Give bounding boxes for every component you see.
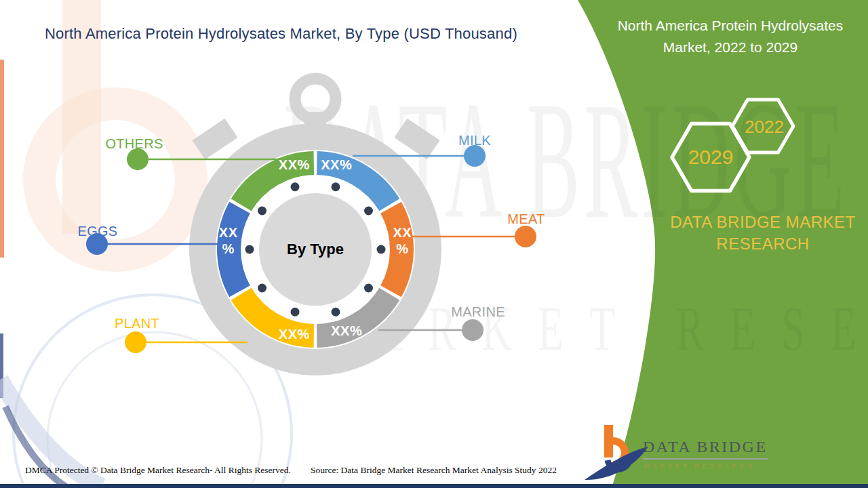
clock-dot — [245, 245, 254, 254]
stopwatch-right-button — [394, 119, 439, 160]
clock-dot — [364, 206, 373, 215]
logo-b-stem — [604, 425, 613, 458]
callout-dot-eggs — [86, 233, 108, 255]
chart-title: North America Protein Hydrolysates Marke… — [45, 25, 517, 43]
callout-dot-plant — [125, 331, 146, 353]
side-panel-title: North America Protein Hydrolysates Marke… — [597, 15, 864, 58]
infographic-canvas: DATA BRIDGE MARKET RESEARCH XX%MILKXX%OT… — [0, 0, 868, 488]
clock-dot — [258, 206, 267, 215]
bottom-navy-bar — [0, 484, 868, 488]
databridge-logo-icon — [585, 425, 648, 480]
clock-dot — [377, 245, 386, 254]
clock-dot — [331, 182, 340, 191]
stopwatch-left-button — [192, 119, 237, 160]
clock-dot — [291, 182, 300, 191]
logo-swoosh — [585, 447, 648, 480]
clock-dot — [258, 284, 267, 293]
callout-dot-milk — [464, 145, 486, 167]
year-badge-2022: 2022 — [745, 117, 784, 138]
year-badge-2029: 2029 — [688, 146, 734, 169]
callout-dot-marine — [462, 319, 484, 341]
clock-dot — [364, 284, 373, 293]
callout-dot-meat — [515, 226, 536, 247]
callout-dot-others — [127, 148, 149, 170]
clock-dot — [331, 308, 340, 317]
side-panel-brand: DATA BRIDGE MARKET RESEARCH — [650, 211, 868, 256]
footer-dmca-text: DMCA Protected © Data Bridge Market Rese… — [25, 465, 291, 476]
logo-wordmark: DATA BRIDGE — [643, 438, 768, 460]
donut-center-label: By Type — [287, 241, 344, 258]
logo-tagline: MARKET RESEARCH — [644, 462, 755, 470]
clock-dot — [291, 308, 300, 317]
footer-source-text: Source: Data Bridge Market Research Mark… — [311, 465, 557, 476]
